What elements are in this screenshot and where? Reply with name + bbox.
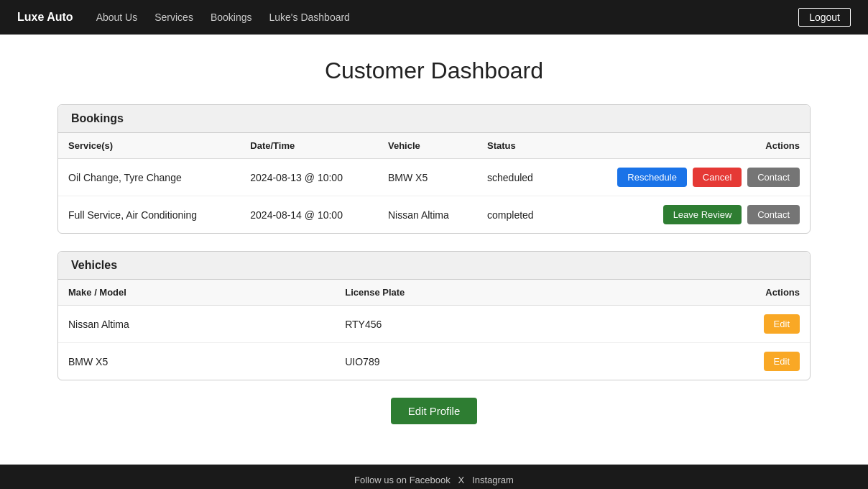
contact-button-2[interactable]: Contact <box>747 205 800 224</box>
logout-button[interactable]: Logout <box>798 8 851 27</box>
edit-vehicle-button-2[interactable]: Edit <box>764 352 800 371</box>
navbar-link-bookings[interactable]: Bookings <box>211 12 252 23</box>
navbar-link-services[interactable]: Services <box>154 12 193 23</box>
vehicles-table-header-row: Make / Model License Plate Actions <box>58 280 810 306</box>
booking-row-2: Full Service, Air Conditioning 2024-08-1… <box>58 196 810 234</box>
booking-2-service: Full Service, Air Conditioning <box>58 196 240 234</box>
bookings-col-status: Status <box>477 133 558 159</box>
navbar-brand: Luxe Auto <box>17 11 73 24</box>
vehicles-table: Make / Model License Plate Actions Nissa… <box>58 280 810 380</box>
edit-profile-button[interactable]: Edit Profile <box>391 398 478 424</box>
bookings-col-actions: Actions <box>558 133 810 159</box>
bookings-col-datetime: Date/Time <box>240 133 378 159</box>
contact-button-1[interactable]: Contact <box>747 168 800 187</box>
navbar: Luxe Auto About Us Services Bookings Luk… <box>0 0 868 35</box>
booking-2-datetime: 2024-08-14 @ 10:00 <box>240 196 378 234</box>
vehicle-2-actions: Edit <box>608 343 810 380</box>
bookings-section: Bookings Service(s) Date/Time Vehicle St… <box>57 104 811 234</box>
vehicles-section-header: Vehicles <box>58 252 810 280</box>
cancel-button-1[interactable]: Cancel <box>693 168 742 187</box>
vehicle-1-license: RTY456 <box>335 306 607 343</box>
vehicle-1-make-model: Nissan Altima <box>58 306 335 343</box>
vehicles-col-license: License Plate <box>335 280 607 306</box>
booking-1-datetime: 2024-08-13 @ 10:00 <box>240 159 378 196</box>
footer-text: Follow us on Facebook X Instagram <box>354 475 514 485</box>
bookings-table-header-row: Service(s) Date/Time Vehicle Status Acti… <box>58 133 810 159</box>
footer-instagram-link[interactable]: Instagram <box>472 475 514 485</box>
bookings-section-header: Bookings <box>58 105 810 133</box>
booking-1-status: scheduled <box>477 159 558 196</box>
edit-vehicle-button-1[interactable]: Edit <box>764 314 800 334</box>
vehicle-1-actions: Edit <box>608 306 810 343</box>
bookings-table: Service(s) Date/Time Vehicle Status Acti… <box>58 133 810 233</box>
vehicle-2-make-model: BMW X5 <box>58 343 335 380</box>
booking-2-status: completed <box>477 196 558 234</box>
reschedule-button-1[interactable]: Reschedule <box>617 168 687 187</box>
booking-2-vehicle: Nissan Altima <box>378 196 477 234</box>
bookings-col-service: Service(s) <box>58 133 240 159</box>
navbar-link-about[interactable]: About Us <box>96 12 138 23</box>
page-title: Customer Dashboard <box>57 58 811 84</box>
booking-1-actions: Reschedule Cancel Contact <box>558 159 810 196</box>
vehicles-section: Vehicles Make / Model License Plate Acti… <box>57 251 811 380</box>
vehicle-2-license: UIO789 <box>335 343 607 380</box>
booking-row-1: Oil Change, Tyre Change 2024-08-13 @ 10:… <box>58 159 810 196</box>
leave-review-button-2[interactable]: Leave Review <box>663 205 742 224</box>
vehicles-col-actions: Actions <box>608 280 810 306</box>
navbar-link-dashboard[interactable]: Luke's Dashboard <box>269 12 350 23</box>
booking-2-actions: Leave Review Contact <box>558 196 810 234</box>
main-content: Customer Dashboard Bookings Service(s) D… <box>0 35 868 453</box>
vehicles-col-make-model: Make / Model <box>58 280 335 306</box>
booking-1-vehicle: BMW X5 <box>378 159 477 196</box>
bookings-col-vehicle: Vehicle <box>378 133 477 159</box>
footer: Follow us on Facebook X Instagram <box>0 465 868 489</box>
vehicle-row-2: BMW X5 UIO789 Edit <box>58 343 810 380</box>
booking-1-service: Oil Change, Tyre Change <box>58 159 240 196</box>
vehicle-row-1: Nissan Altima RTY456 Edit <box>58 306 810 343</box>
